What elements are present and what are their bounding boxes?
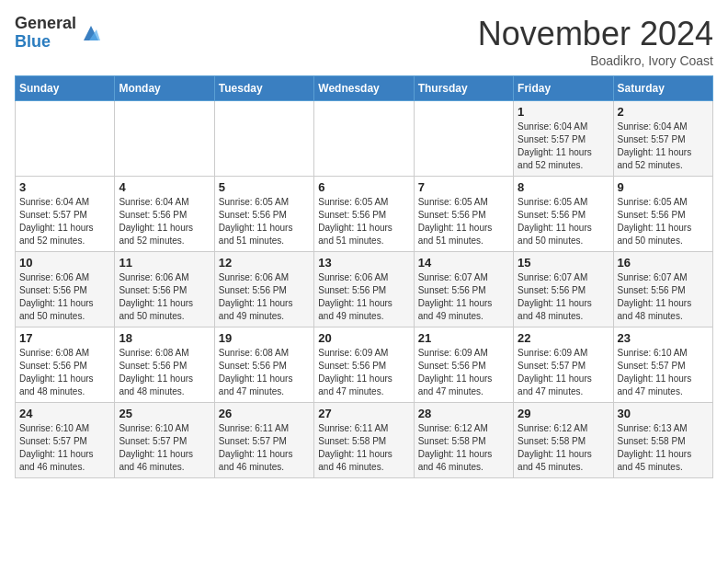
day-info: Sunrise: 6:05 AM Sunset: 5:56 PM Dayligh… <box>318 196 409 247</box>
day-number: 26 <box>219 407 310 420</box>
calendar-day-cell: 30Sunrise: 6:13 AM Sunset: 5:58 PM Dayli… <box>613 403 712 478</box>
day-of-week-header: Tuesday <box>214 76 313 101</box>
calendar-day-cell: 26Sunrise: 6:11 AM Sunset: 5:57 PM Dayli… <box>214 403 313 478</box>
day-number: 11 <box>119 256 210 270</box>
day-info: Sunrise: 6:05 AM Sunset: 5:56 PM Dayligh… <box>518 196 609 247</box>
day-number: 10 <box>19 256 110 270</box>
day-info: Sunrise: 6:04 AM Sunset: 5:57 PM Dayligh… <box>518 121 609 172</box>
calendar-day-cell: 19Sunrise: 6:08 AM Sunset: 5:56 PM Dayli… <box>214 327 313 403</box>
day-info: Sunrise: 6:10 AM Sunset: 5:57 PM Dayligh… <box>618 347 709 398</box>
day-info: Sunrise: 6:08 AM Sunset: 5:56 PM Dayligh… <box>19 347 110 398</box>
days-of-week-row: SundayMondayTuesdayWednesdayThursdayFrid… <box>16 76 713 101</box>
calendar-day-cell: 5Sunrise: 6:05 AM Sunset: 5:56 PM Daylig… <box>214 177 313 252</box>
calendar-day-cell: 10Sunrise: 6:06 AM Sunset: 5:56 PM Dayli… <box>16 252 115 327</box>
day-of-week-header: Thursday <box>414 76 513 101</box>
day-number: 1 <box>518 105 609 119</box>
logo: General Blue <box>15 15 102 52</box>
calendar-day-cell: 14Sunrise: 6:07 AM Sunset: 5:56 PM Dayli… <box>414 252 513 327</box>
day-number: 8 <box>518 180 609 194</box>
calendar-day-cell <box>115 101 214 177</box>
day-info: Sunrise: 6:06 AM Sunset: 5:56 PM Dayligh… <box>219 271 310 323</box>
calendar-day-cell: 25Sunrise: 6:10 AM Sunset: 5:57 PM Dayli… <box>115 403 214 478</box>
day-info: Sunrise: 6:08 AM Sunset: 5:56 PM Dayligh… <box>219 347 310 398</box>
calendar-day-cell: 6Sunrise: 6:05 AM Sunset: 5:56 PM Daylig… <box>314 177 414 252</box>
calendar-week-row: 3Sunrise: 6:04 AM Sunset: 5:57 PM Daylig… <box>16 177 713 252</box>
calendar-day-cell: 24Sunrise: 6:10 AM Sunset: 5:57 PM Dayli… <box>16 403 115 478</box>
calendar-week-row: 1Sunrise: 6:04 AM Sunset: 5:57 PM Daylig… <box>16 101 713 177</box>
day-info: Sunrise: 6:07 AM Sunset: 5:56 PM Dayligh… <box>618 271 709 323</box>
calendar-day-cell <box>314 101 414 177</box>
day-number: 23 <box>618 331 709 345</box>
logo-icon <box>80 22 102 44</box>
day-number: 13 <box>318 256 409 270</box>
calendar-body: 1Sunrise: 6:04 AM Sunset: 5:57 PM Daylig… <box>16 101 713 478</box>
page-header: General Blue November 2024 Boadikro, Ivo… <box>15 15 713 68</box>
calendar-day-cell: 1Sunrise: 6:04 AM Sunset: 5:57 PM Daylig… <box>514 101 613 177</box>
calendar-week-row: 24Sunrise: 6:10 AM Sunset: 5:57 PM Dayli… <box>16 403 713 478</box>
calendar-day-cell: 29Sunrise: 6:12 AM Sunset: 5:58 PM Dayli… <box>514 403 613 478</box>
day-info: Sunrise: 6:04 AM Sunset: 5:56 PM Dayligh… <box>119 196 210 247</box>
day-number: 2 <box>618 105 709 119</box>
day-number: 28 <box>418 407 509 420</box>
day-number: 19 <box>219 331 310 345</box>
day-of-week-header: Monday <box>115 76 214 101</box>
logo-blue: Blue <box>15 33 76 52</box>
day-info: Sunrise: 6:06 AM Sunset: 5:56 PM Dayligh… <box>119 271 210 323</box>
calendar-day-cell <box>16 101 115 177</box>
calendar-day-cell: 16Sunrise: 6:07 AM Sunset: 5:56 PM Dayli… <box>613 252 712 327</box>
day-info: Sunrise: 6:13 AM Sunset: 5:58 PM Dayligh… <box>618 422 709 474</box>
day-info: Sunrise: 6:06 AM Sunset: 5:56 PM Dayligh… <box>19 271 110 323</box>
calendar-day-cell: 9Sunrise: 6:05 AM Sunset: 5:56 PM Daylig… <box>613 177 712 252</box>
calendar-day-cell: 2Sunrise: 6:04 AM Sunset: 5:57 PM Daylig… <box>613 101 712 177</box>
calendar-day-cell: 8Sunrise: 6:05 AM Sunset: 5:56 PM Daylig… <box>514 177 613 252</box>
calendar-day-cell: 17Sunrise: 6:08 AM Sunset: 5:56 PM Dayli… <box>16 327 115 403</box>
calendar-day-cell: 28Sunrise: 6:12 AM Sunset: 5:58 PM Dayli… <box>414 403 513 478</box>
day-number: 3 <box>19 180 110 194</box>
day-number: 12 <box>219 256 310 270</box>
day-info: Sunrise: 6:12 AM Sunset: 5:58 PM Dayligh… <box>418 422 509 474</box>
location-subtitle: Boadikro, Ivory Coast <box>478 53 713 68</box>
day-of-week-header: Saturday <box>613 76 712 101</box>
day-of-week-header: Sunday <box>16 76 115 101</box>
day-info: Sunrise: 6:06 AM Sunset: 5:56 PM Dayligh… <box>318 271 409 323</box>
logo-general: General <box>15 15 76 33</box>
day-info: Sunrise: 6:09 AM Sunset: 5:57 PM Dayligh… <box>518 347 609 398</box>
day-of-week-header: Wednesday <box>314 76 414 101</box>
calendar-week-row: 17Sunrise: 6:08 AM Sunset: 5:56 PM Dayli… <box>16 327 713 403</box>
calendar-day-cell: 4Sunrise: 6:04 AM Sunset: 5:56 PM Daylig… <box>115 177 214 252</box>
day-info: Sunrise: 6:07 AM Sunset: 5:56 PM Dayligh… <box>518 271 609 323</box>
day-info: Sunrise: 6:04 AM Sunset: 5:57 PM Dayligh… <box>618 121 709 172</box>
day-number: 30 <box>618 407 709 420</box>
day-number: 16 <box>618 256 709 270</box>
day-of-week-header: Friday <box>514 76 613 101</box>
calendar-header: SundayMondayTuesdayWednesdayThursdayFrid… <box>16 76 713 101</box>
calendar-day-cell <box>414 101 513 177</box>
calendar-day-cell: 7Sunrise: 6:05 AM Sunset: 5:56 PM Daylig… <box>414 177 513 252</box>
calendar-day-cell: 23Sunrise: 6:10 AM Sunset: 5:57 PM Dayli… <box>613 327 712 403</box>
calendar-day-cell: 15Sunrise: 6:07 AM Sunset: 5:56 PM Dayli… <box>514 252 613 327</box>
day-number: 20 <box>318 331 409 345</box>
day-info: Sunrise: 6:10 AM Sunset: 5:57 PM Dayligh… <box>119 422 210 474</box>
calendar-day-cell: 21Sunrise: 6:09 AM Sunset: 5:56 PM Dayli… <box>414 327 513 403</box>
day-number: 25 <box>119 407 210 420</box>
day-info: Sunrise: 6:07 AM Sunset: 5:56 PM Dayligh… <box>418 271 509 323</box>
day-number: 17 <box>19 331 110 345</box>
day-number: 24 <box>19 407 110 420</box>
day-info: Sunrise: 6:10 AM Sunset: 5:57 PM Dayligh… <box>19 422 110 474</box>
day-number: 14 <box>418 256 509 270</box>
day-info: Sunrise: 6:05 AM Sunset: 5:56 PM Dayligh… <box>418 196 509 247</box>
day-info: Sunrise: 6:09 AM Sunset: 5:56 PM Dayligh… <box>318 347 409 398</box>
day-number: 29 <box>518 407 609 420</box>
calendar-day-cell: 11Sunrise: 6:06 AM Sunset: 5:56 PM Dayli… <box>115 252 214 327</box>
day-number: 21 <box>418 331 509 345</box>
calendar-day-cell <box>214 101 313 177</box>
day-number: 7 <box>418 180 509 194</box>
calendar-table: SundayMondayTuesdayWednesdayThursdayFrid… <box>15 75 713 478</box>
day-info: Sunrise: 6:08 AM Sunset: 5:56 PM Dayligh… <box>119 347 210 398</box>
day-number: 22 <box>518 331 609 345</box>
calendar-day-cell: 12Sunrise: 6:06 AM Sunset: 5:56 PM Dayli… <box>214 252 313 327</box>
day-info: Sunrise: 6:05 AM Sunset: 5:56 PM Dayligh… <box>219 196 310 247</box>
day-info: Sunrise: 6:05 AM Sunset: 5:56 PM Dayligh… <box>618 196 709 247</box>
calendar-day-cell: 3Sunrise: 6:04 AM Sunset: 5:57 PM Daylig… <box>16 177 115 252</box>
day-number: 5 <box>219 180 310 194</box>
